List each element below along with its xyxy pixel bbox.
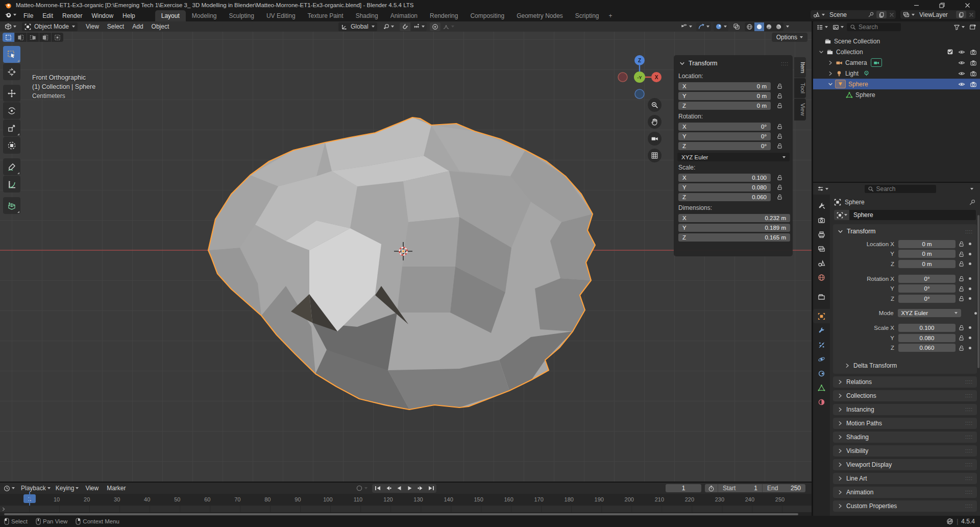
previous-keyframe-button[interactable]	[383, 484, 394, 493]
workspace-tab-texture-paint[interactable]: Texture Paint	[302, 10, 350, 21]
animate-dot[interactable]	[969, 253, 971, 255]
sidebar-tab-item[interactable]: Item	[794, 57, 806, 78]
value-slider-y[interactable]: Y0.189 m	[678, 224, 790, 232]
property-value-slider[interactable]: 0°	[898, 295, 955, 303]
value-slider-z[interactable]: Z0°	[678, 142, 771, 150]
viewport-menu-select[interactable]: Select	[103, 21, 128, 32]
tool-rotate[interactable]	[3, 102, 20, 119]
sidebar-tab-view[interactable]: View	[794, 99, 806, 121]
mode-dropdown[interactable]: Object Mode	[22, 22, 78, 31]
viewport-menu-object[interactable]: Object	[148, 21, 174, 32]
auto-keying-toggle[interactable]	[354, 484, 369, 493]
proportional-falloff-dropdown[interactable]	[441, 22, 456, 31]
select-mode-new[interactable]	[3, 33, 14, 42]
viewport-3d[interactable]: Object Mode View Select Add Object Globa…	[0, 21, 812, 482]
outliner-row-collection[interactable]: Collection	[813, 46, 980, 57]
viewport-menu-view[interactable]: View	[82, 21, 103, 32]
lock-icon[interactable]	[776, 174, 783, 181]
timeline-menu-marker[interactable]: Marker	[103, 483, 130, 493]
panel-drag-handle[interactable]: ::::	[965, 462, 973, 467]
animate-dot[interactable]	[969, 326, 971, 329]
play-button[interactable]	[404, 484, 415, 493]
value-slider-z[interactable]: Z0.060	[678, 193, 771, 201]
hide-eye-icon[interactable]	[958, 81, 965, 88]
blender-menu-button[interactable]	[2, 10, 19, 19]
shading-solid-button[interactable]	[754, 22, 764, 31]
restore-button[interactable]	[929, 0, 954, 10]
panel-drag-handle[interactable]: ::::	[965, 420, 973, 426]
properties-tab-scene[interactable]	[813, 256, 830, 270]
animate-dot[interactable]	[974, 312, 977, 315]
toggle-orthographic-button[interactable]	[648, 149, 662, 162]
workspace-tab-rendering[interactable]: Rendering	[424, 10, 464, 21]
properties-tab-world[interactable]	[813, 270, 830, 284]
gizmo-z-neg-axis[interactable]	[635, 89, 644, 99]
zoom-button[interactable]	[648, 98, 662, 112]
transform-panel-header[interactable]: Transform ::::	[674, 58, 793, 70]
lock-icon[interactable]	[958, 251, 965, 257]
tool-add-cube[interactable]	[3, 197, 20, 214]
properties-tab-particles[interactable]	[813, 338, 830, 352]
new-viewlayer-button[interactable]	[956, 11, 966, 18]
tool-annotate[interactable]	[3, 158, 20, 175]
animate-dot[interactable]	[969, 262, 971, 265]
property-value-slider[interactable]: 0 m	[898, 250, 955, 258]
panel-line-art[interactable]: Line Art::::	[833, 473, 977, 484]
properties-tab-modifiers[interactable]	[813, 323, 830, 338]
panel-collections[interactable]: Collections::::	[833, 390, 977, 401]
property-value-slider[interactable]: 0°	[898, 275, 955, 283]
hide-eye-icon[interactable]	[958, 70, 965, 77]
properties-tab-view-layer[interactable]	[813, 242, 830, 256]
playback-menu[interactable]: Playback	[18, 484, 53, 493]
properties-tab-collection[interactable]	[813, 290, 830, 304]
new-scene-button[interactable]	[876, 11, 887, 18]
animate-dot[interactable]	[969, 243, 971, 245]
shading-wireframe-button[interactable]	[745, 22, 754, 31]
disable-render-icon[interactable]	[970, 81, 977, 88]
rotation-mode-dropdown[interactable]: XYZ Euler	[677, 153, 790, 161]
viewlayer-name[interactable]: ViewLayer	[917, 11, 954, 18]
lock-icon[interactable]	[776, 194, 783, 200]
workspace-tab-geometry-nodes[interactable]: Geometry Nodes	[510, 10, 569, 21]
hide-eye-icon[interactable]	[958, 49, 965, 56]
panel-relations[interactable]: Relations::::	[833, 376, 977, 388]
lock-icon[interactable]	[958, 295, 965, 302]
properties-options-dropdown-icon[interactable]	[970, 188, 973, 190]
select-mode-subtract[interactable]	[27, 33, 39, 42]
properties-tab-object[interactable]	[813, 309, 830, 323]
value-slider-x[interactable]: X0 m	[678, 82, 771, 90]
panel-instancing[interactable]: Instancing::::	[833, 404, 977, 415]
menu-help[interactable]: Help	[118, 10, 140, 21]
outliner-row-light[interactable]: Light	[813, 68, 980, 79]
outliner-row-scene-collection[interactable]: Scene Collection	[813, 36, 980, 46]
animate-dot[interactable]	[969, 347, 971, 349]
lock-icon[interactable]	[776, 142, 783, 149]
value-slider-z[interactable]: Z0 m	[678, 102, 771, 110]
menu-render[interactable]: Render	[58, 10, 87, 21]
timeline-tracks[interactable]	[0, 506, 812, 512]
lock-icon[interactable]	[776, 184, 783, 190]
breadcrumb-object-name[interactable]: Sphere	[845, 199, 865, 206]
properties-tab-output[interactable]	[813, 227, 830, 242]
workspace-tab-layout[interactable]: Layout	[155, 10, 186, 21]
delete-viewlayer-icon[interactable]	[968, 12, 974, 18]
property-value-slider[interactable]: 0.080	[898, 334, 955, 342]
scene-name[interactable]: Scene	[827, 11, 866, 18]
panel-drag-handle[interactable]: ::::	[965, 448, 973, 453]
menu-file[interactable]: File	[19, 10, 38, 21]
panel-drag-handle[interactable]: ::::	[965, 434, 973, 440]
outliner-row-camera[interactable]: Camera	[813, 57, 980, 68]
outliner-row-sphere[interactable]: Sphere	[813, 79, 980, 89]
panel-drag-handle[interactable]: ::::	[781, 61, 789, 66]
delete-scene-icon[interactable]	[889, 12, 895, 18]
animate-dot[interactable]	[969, 337, 971, 339]
lock-icon[interactable]	[776, 102, 783, 109]
outliner-search-input[interactable]: Search	[847, 23, 901, 31]
outliner-editor-type-button[interactable]	[815, 23, 829, 32]
properties-tab-data[interactable]	[813, 380, 830, 395]
disable-render-icon[interactable]	[970, 70, 977, 77]
panel-animation[interactable]: Animation::::	[833, 487, 977, 498]
start-frame-field[interactable]: Start 1	[718, 484, 762, 492]
property-value-slider[interactable]: 0.100	[898, 324, 955, 332]
object-id-dropdown[interactable]	[834, 210, 849, 220]
